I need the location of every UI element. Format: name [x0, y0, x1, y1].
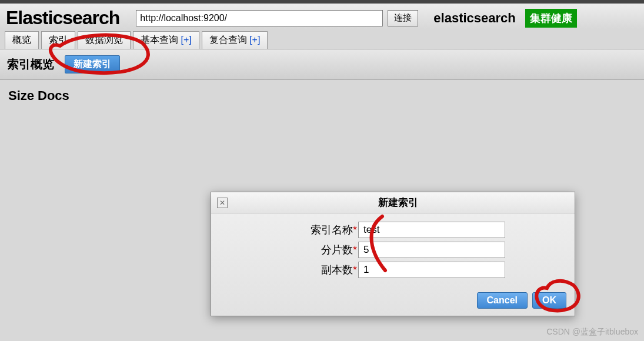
main-tabs: 概览 索引 数据浏览 基本查询 [+] 复合查询 [+] [0, 29, 644, 49]
input-replicas[interactable] [358, 262, 505, 278]
connect-button[interactable]: 连接 [388, 10, 418, 26]
watermark: CSDN @蓝盒子itbluebox [546, 327, 638, 337]
dialog-close-button[interactable]: ✕ [217, 198, 228, 208]
table-header: Size Docs [8, 88, 636, 103]
form-row-replicas: 副本数* [223, 262, 563, 278]
column-docs: Docs [38, 88, 69, 103]
dialog-title: 新建索引 [228, 196, 569, 209]
label-index-name-text: 索引名称 [311, 224, 353, 236]
label-index-name: 索引名称* [223, 223, 358, 237]
tab-basic-query-label: 基本查询 [141, 35, 178, 45]
tab-basic-query-plus: [+] [181, 35, 191, 45]
tab-overview[interactable]: 概览 [5, 31, 39, 49]
ok-button[interactable]: OK [532, 292, 566, 309]
dialog-titlebar[interactable]: ✕ 新建索引 [211, 192, 575, 213]
close-icon: ✕ [219, 199, 225, 207]
app-logo: Elasticsearch [6, 7, 119, 29]
cluster-name: elasticsearch [433, 11, 515, 26]
form-row-shards: 分片数* [223, 242, 563, 258]
tab-basic-query[interactable]: 基本查询 [+] [133, 31, 199, 49]
app-header: Elasticsearch 连接 elasticsearch 集群健康 [0, 4, 644, 29]
input-index-name[interactable] [358, 222, 505, 238]
content-area: Size Docs [0, 80, 644, 112]
label-shards-text: 分片数 [321, 244, 353, 256]
new-index-button[interactable]: 新建索引 [65, 55, 120, 73]
label-replicas: 副本数* [223, 263, 358, 277]
subheader-title: 索引概览 [7, 56, 54, 72]
tab-browse[interactable]: 数据浏览 [78, 31, 131, 49]
required-mark: * [353, 224, 357, 236]
label-shards: 分片数* [223, 243, 358, 257]
tab-compound-query-label: 复合查询 [209, 35, 247, 45]
cluster-health-badge: 集群健康 [525, 9, 577, 28]
cluster-url-input[interactable] [136, 10, 383, 26]
tab-compound-query-plus: [+] [249, 35, 260, 45]
input-shards[interactable] [358, 242, 505, 258]
dialog-body: 索引名称* 分片数* 副本数* [211, 213, 575, 287]
new-index-dialog: ✕ 新建索引 索引名称* 分片数* 副本数* Cancel OK [211, 192, 575, 316]
label-replicas-text: 副本数 [321, 264, 353, 276]
cancel-button[interactable]: Cancel [477, 292, 528, 309]
required-mark: * [353, 244, 357, 256]
required-mark: * [353, 264, 357, 276]
dialog-footer: Cancel OK [211, 287, 575, 316]
form-row-index-name: 索引名称* [223, 222, 563, 238]
tab-compound-query[interactable]: 复合查询 [+] [202, 31, 268, 49]
column-size: Size [8, 88, 34, 103]
subheader: 索引概览 新建索引 [0, 49, 644, 80]
tab-indices[interactable]: 索引 [41, 31, 75, 49]
